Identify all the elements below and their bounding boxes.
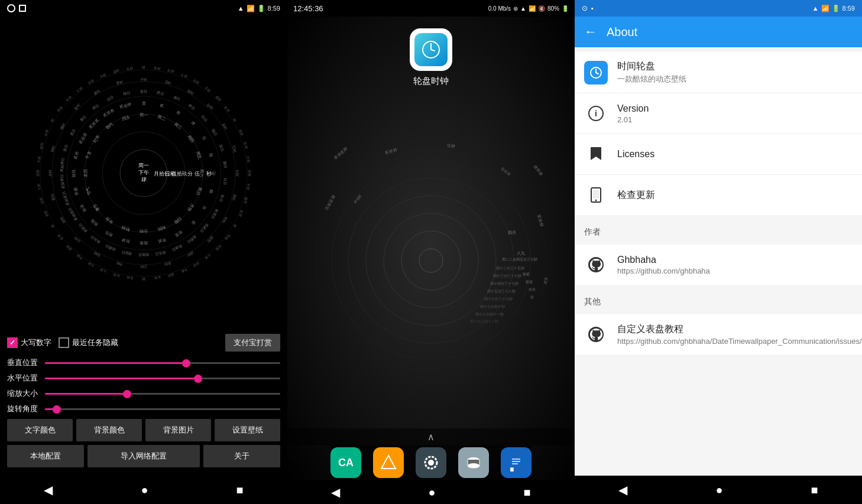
- about-button[interactable]: 关于: [203, 445, 280, 467]
- about-update-item[interactable]: 检查更新: [575, 175, 862, 215]
- svg-text:柒: 柒: [212, 171, 216, 175]
- wp-time: 12:45:36: [293, 4, 323, 13]
- svg-text:喜财: 喜财: [126, 275, 134, 280]
- svg-text:周四: 周四: [187, 134, 195, 143]
- bookmark-icon: [588, 146, 604, 162]
- svg-text:节气: 节气: [85, 186, 92, 195]
- about-licenses-item[interactable]: Licenses: [575, 134, 862, 175]
- wp-chevron[interactable]: ∧: [287, 428, 575, 445]
- nav-back-1[interactable]: ◀: [32, 478, 64, 502]
- about-tutorial-github-icon: [584, 323, 608, 346]
- svg-text:陆日: 陆日: [211, 128, 218, 136]
- wp-nav-bar: ◀ ● ■: [287, 480, 575, 504]
- rotation-track[interactable]: [45, 408, 280, 410]
- about-back-button[interactable]: ←: [584, 24, 597, 40]
- horizontal-pos-thumb[interactable]: [194, 375, 202, 383]
- vertical-pos-fill: [45, 362, 186, 364]
- dock-icon-arch[interactable]: [373, 447, 404, 478]
- svg-text:拾柒日: 拾柒日: [121, 250, 132, 256]
- wp-nav-home[interactable]: ●: [416, 481, 447, 504]
- text-color-button[interactable]: 文字颜色: [7, 419, 73, 441]
- wp-inner-circle: [419, 249, 443, 272]
- svg-text:拾玖: 拾玖: [72, 169, 76, 177]
- import-config-button[interactable]: 导入网络配置: [88, 445, 200, 467]
- dock-icon-gear[interactable]: [416, 447, 446, 478]
- scale-track[interactable]: [45, 393, 280, 395]
- dock-db-icon: [465, 454, 482, 472]
- svg-text:大财: 大财: [37, 183, 41, 190]
- bg-image-button[interactable]: 背景图片: [145, 419, 211, 441]
- status-icons-left: [7, 4, 26, 12]
- svg-text:贰拾叁日: 贰拾叁日: [60, 174, 64, 188]
- dock-bar: CA: [330, 445, 532, 480]
- vertical-pos-thumb[interactable]: [182, 359, 190, 368]
- svg-text:贰拾壹日: 贰拾壹日: [68, 207, 78, 221]
- phone-icon: [588, 187, 604, 203]
- about-nav-back[interactable]: ◀: [607, 478, 639, 502]
- dock-icon-db[interactable]: [458, 447, 489, 478]
- svg-text:大财: 大财: [99, 267, 107, 273]
- wp-nav-back[interactable]: ◀: [319, 480, 352, 504]
- clock-icon: [589, 66, 603, 80]
- wp-rot-text11: 肆拾财: [533, 164, 545, 177]
- svg-rect-165: [512, 463, 518, 464]
- about-other-section: 其他: [575, 290, 862, 310]
- svg-text:拾捌日: 拾捌日: [105, 244, 116, 252]
- rotation-thumb[interactable]: [53, 405, 61, 414]
- wp-rot-text10: 陆拾财: [501, 167, 511, 176]
- uppercase-checkbox-item[interactable]: ✓ 大写数字: [7, 337, 51, 348]
- scale-thumb[interactable]: [123, 390, 131, 398]
- recent-hidden-checkbox-item[interactable]: 最近任务隐藏: [59, 337, 118, 348]
- bg-color-button[interactable]: 背景颜色: [76, 419, 142, 441]
- nav-bar-1: ◀ ● ■: [0, 476, 287, 504]
- about-licenses-info: Licenses: [617, 149, 654, 160]
- battery-icon: 🔋: [257, 5, 265, 12]
- nav-home-1[interactable]: ●: [129, 479, 160, 502]
- dock-icon-file[interactable]: 📋: [501, 447, 532, 478]
- svg-text:贰: 贰: [159, 102, 164, 108]
- vertical-pos-track[interactable]: [45, 362, 280, 364]
- circle-status-icon: [7, 4, 15, 12]
- svg-text:旺财: 旺财: [39, 196, 44, 204]
- about-nav-home[interactable]: ●: [704, 479, 734, 502]
- about-tutorial-item[interactable]: 自定义表盘教程 https://github.com/ghbhaha/DateT…: [575, 314, 862, 355]
- svg-text:贰日: 贰日: [70, 128, 76, 136]
- svg-text:吉财: 吉财: [36, 170, 40, 177]
- svg-text:壹日: 壹日: [63, 144, 69, 151]
- svg-text:季节: 季节: [92, 203, 101, 212]
- local-config-button[interactable]: 本地配置: [7, 445, 84, 467]
- about-nav-recent[interactable]: ■: [799, 479, 829, 502]
- svg-text:拾贰: 拾贰: [157, 238, 166, 243]
- svg-text:秒钟: 秒钟: [121, 225, 130, 232]
- svg-text:吉财: 吉财: [248, 170, 251, 177]
- scale-fill: [45, 393, 127, 395]
- svg-text:叁日: 叁日: [79, 114, 86, 122]
- svg-point-161: [468, 463, 479, 468]
- wp-rot-text3: 叁拾贰财: [333, 146, 348, 160]
- wp-circle-6: [332, 161, 530, 360]
- svg-text:旺财: 旺财: [167, 69, 175, 74]
- about-author-item[interactable]: Ghbhaha https://github.com/ghbhaha: [575, 245, 862, 285]
- svg-text:贰拾肆: 贰拾肆: [119, 102, 132, 109]
- recent-hidden-checkbox[interactable]: [59, 337, 69, 348]
- svg-text:更时: 更时: [51, 193, 56, 201]
- dock-icon-ca[interactable]: CA: [330, 447, 361, 478]
- about-version-value: 2.01: [617, 115, 649, 124]
- vertical-pos-row: 垂直位置: [7, 357, 280, 368]
- svg-text:午时: 午时: [235, 170, 239, 177]
- scale-label: 缩放大小: [7, 388, 40, 399]
- svg-text:财: 财: [50, 223, 54, 228]
- wp-main: 轮盘时钟 四月 八九 周二二点四五分三七秒 四十二: [287, 17, 575, 480]
- uppercase-checkbox[interactable]: ✓: [7, 337, 18, 348]
- about-app-icon: [584, 61, 608, 84]
- wp-rot-text13: 壹拾财: [537, 214, 545, 227]
- wp-nav-recent[interactable]: ■: [511, 481, 542, 504]
- horizontal-pos-track[interactable]: [45, 378, 280, 379]
- about-version-item[interactable]: i Version 2.01: [575, 93, 862, 134]
- clock-app-icon: [420, 39, 442, 60]
- svg-text:丑时: 丑时: [164, 80, 171, 85]
- svg-text:拾壹: 拾壹: [174, 230, 184, 238]
- alipay-button[interactable]: 支付宝打赏: [225, 334, 280, 352]
- nav-recent-1[interactable]: ■: [224, 479, 255, 502]
- set-wallpaper-button[interactable]: 设置壁纸: [215, 419, 280, 441]
